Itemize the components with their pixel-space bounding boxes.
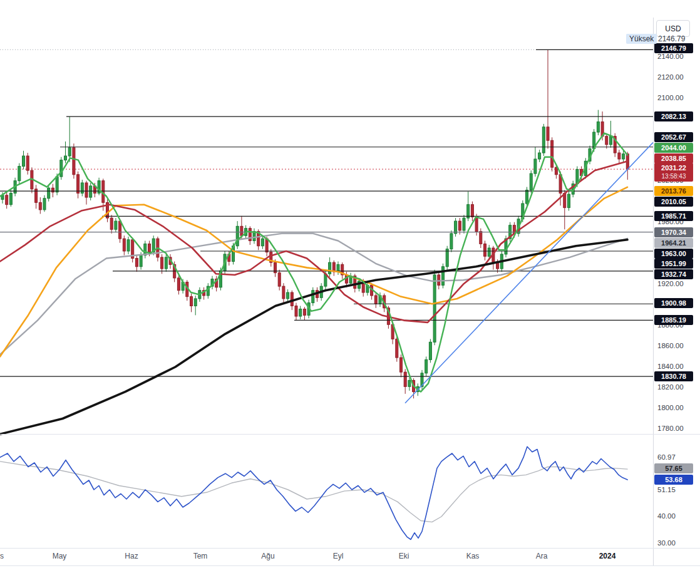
candle-down[interactable] bbox=[618, 153, 620, 159]
candle-up[interactable] bbox=[312, 291, 314, 303]
candle-up[interactable] bbox=[236, 226, 239, 245]
candle-down[interactable] bbox=[396, 339, 398, 358]
candle-down[interactable] bbox=[278, 273, 281, 286]
candle-up[interactable] bbox=[455, 221, 457, 234]
candle-up[interactable] bbox=[329, 262, 331, 274]
candle-down[interactable] bbox=[374, 296, 377, 304]
candle-down[interactable] bbox=[265, 239, 268, 252]
candle-up[interactable] bbox=[299, 309, 302, 316]
candle-up[interactable] bbox=[446, 249, 448, 267]
high-tooltip-value: 2146.79 bbox=[658, 34, 685, 43]
candle-up[interactable] bbox=[526, 190, 528, 204]
candle-down[interactable] bbox=[39, 202, 41, 210]
candle-down[interactable] bbox=[148, 244, 151, 252]
candle-down[interactable] bbox=[480, 232, 482, 244]
price-tick-label: 2100.00 bbox=[657, 94, 684, 101]
price-label-graydark: 1970.34 bbox=[654, 227, 693, 237]
candle-up[interactable] bbox=[534, 159, 537, 173]
time-axis-label: Ağu bbox=[261, 552, 274, 560]
candle-up[interactable] bbox=[610, 137, 612, 145]
candle-down[interactable] bbox=[282, 286, 285, 299]
candle-down[interactable] bbox=[458, 221, 461, 230]
candle-up[interactable] bbox=[538, 153, 541, 159]
candle-up[interactable] bbox=[43, 199, 46, 210]
candle-up[interactable] bbox=[622, 154, 625, 159]
price-label-black: 1932.74 bbox=[654, 269, 693, 279]
candle-down[interactable] bbox=[475, 217, 478, 231]
candle-down[interactable] bbox=[26, 156, 29, 170]
candle-up[interactable] bbox=[90, 186, 92, 197]
time-axis-label: Ara bbox=[536, 552, 548, 560]
rsi-value-label: 53.68 bbox=[654, 475, 693, 485]
candle-up[interactable] bbox=[425, 359, 428, 373]
candle-up[interactable] bbox=[9, 193, 12, 204]
candlestick-chart[interactable] bbox=[0, 0, 653, 548]
candle-down[interactable] bbox=[438, 275, 440, 286]
candle-up[interactable] bbox=[530, 173, 532, 190]
candle-down[interactable] bbox=[77, 175, 80, 193]
candle-down[interactable] bbox=[404, 372, 406, 386]
candle-down[interactable] bbox=[110, 218, 113, 229]
candle-down[interactable] bbox=[135, 259, 138, 267]
candle-up[interactable] bbox=[23, 156, 25, 167]
candle-up[interactable] bbox=[48, 188, 50, 199]
candle-up[interactable] bbox=[261, 239, 264, 246]
candle-up[interactable] bbox=[115, 221, 117, 229]
candle-down[interactable] bbox=[471, 205, 473, 217]
high-tooltip-label: Yüksek bbox=[626, 34, 657, 44]
candle-up[interactable] bbox=[56, 177, 58, 192]
candle-up[interactable] bbox=[194, 299, 197, 306]
candle-down[interactable] bbox=[123, 239, 125, 251]
candle-up[interactable] bbox=[68, 148, 71, 156]
candle-up[interactable] bbox=[127, 240, 130, 251]
candle-up[interactable] bbox=[165, 257, 167, 269]
candle-down[interactable] bbox=[295, 306, 297, 317]
candle-down[interactable] bbox=[400, 358, 403, 372]
candle-down[interactable] bbox=[161, 257, 163, 269]
candle-down[interactable] bbox=[555, 167, 557, 175]
candle-up[interactable] bbox=[81, 183, 83, 193]
candle-up[interactable] bbox=[568, 194, 570, 207]
price-tick-label: 1780.00 bbox=[657, 425, 684, 432]
candle-up[interactable] bbox=[287, 292, 289, 299]
candle-up[interactable] bbox=[140, 255, 142, 267]
candle-up[interactable] bbox=[450, 234, 453, 249]
candle-up[interactable] bbox=[429, 342, 431, 359]
candle-down[interactable] bbox=[85, 183, 88, 197]
candle-down[interactable] bbox=[6, 195, 8, 205]
candle-down[interactable] bbox=[249, 229, 251, 241]
candle-down[interactable] bbox=[551, 140, 553, 167]
candle-down[interactable] bbox=[547, 127, 549, 140]
main-chart-pane[interactable] bbox=[0, 0, 653, 548]
candle-up[interactable] bbox=[597, 122, 599, 133]
candle-up[interactable] bbox=[18, 167, 21, 181]
candle-up[interactable] bbox=[60, 160, 63, 177]
time-axis-border bbox=[0, 548, 700, 549]
candle-down[interactable] bbox=[102, 181, 105, 203]
candle-down[interactable] bbox=[240, 226, 243, 235]
candle-up[interactable] bbox=[488, 248, 490, 256]
candle-down[interactable] bbox=[484, 244, 486, 256]
candle-down[interactable] bbox=[119, 221, 121, 239]
price-label-black: 2146.79 bbox=[654, 43, 693, 53]
candle-up[interactable] bbox=[542, 127, 545, 153]
bottom-border bbox=[0, 565, 700, 566]
candle-down[interactable] bbox=[291, 292, 293, 306]
candle-down[interactable] bbox=[190, 297, 193, 306]
candle-down[interactable] bbox=[303, 309, 306, 315]
candle-up[interactable] bbox=[408, 380, 411, 386]
rsi-line bbox=[0, 446, 627, 539]
price-label-black: 2052.67 bbox=[654, 132, 693, 142]
pane-separator[interactable] bbox=[0, 434, 700, 435]
candle-down[interactable] bbox=[177, 278, 180, 291]
candle-down[interactable] bbox=[51, 188, 54, 192]
candle-down[interactable] bbox=[605, 137, 608, 145]
candle-up[interactable] bbox=[433, 275, 436, 342]
time-axis-label: May bbox=[53, 552, 67, 560]
price-label-black: 1985.71 bbox=[654, 211, 693, 221]
candle-up[interactable] bbox=[442, 267, 445, 286]
candle-up[interactable] bbox=[64, 156, 67, 160]
time-axis-label: Eyl bbox=[333, 552, 344, 560]
candle-down[interactable] bbox=[73, 148, 75, 175]
candle-up[interactable] bbox=[463, 218, 465, 230]
